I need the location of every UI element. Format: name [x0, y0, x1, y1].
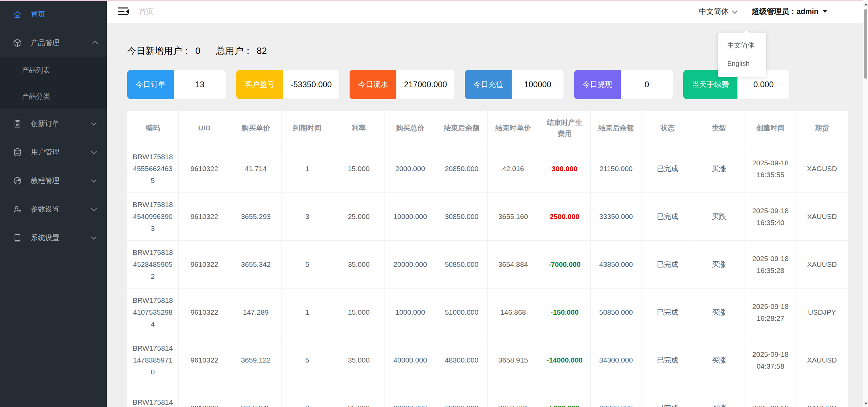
box-icon: [13, 38, 22, 48]
stat-card: 今日充值100000: [465, 70, 564, 99]
table-cell: 已完成: [642, 192, 693, 240]
new-users-stat: 今日新增用户：0: [127, 44, 200, 58]
column-header: 结束时产生费用: [539, 111, 590, 145]
sidebar-item-home[interactable]: 首页: [0, 0, 107, 29]
scroll-down-arrow-icon[interactable]: [864, 403, 868, 405]
column-header: 购买总价: [384, 111, 436, 145]
table-cell: 已完成: [642, 145, 693, 192]
sidebar-item-label: 教程管理: [31, 176, 93, 185]
scroll-up-arrow-icon[interactable]: [864, 3, 868, 5]
table-cell: 5000.000: [539, 384, 590, 407]
language-option[interactable]: 中文简体: [718, 36, 766, 54]
table-cell: 43850.000: [590, 240, 642, 288]
table-cell: XAUUSD: [796, 192, 848, 240]
stat-card-label: 客户盈亏: [236, 70, 283, 99]
table-cell: 9610322: [179, 145, 230, 192]
table-cell: 2025-09-18 16:35:40: [745, 192, 796, 240]
column-header: 利率: [333, 111, 384, 145]
table-cell: 买跌: [693, 192, 745, 240]
table-cell: 50850.000: [590, 288, 642, 336]
table-cell: 已完成: [642, 384, 693, 407]
table-cell: XAUUSD: [796, 336, 848, 384]
sidebar-item-orders[interactable]: 创新订单: [0, 109, 107, 138]
table-cell: 3: [281, 384, 333, 407]
table-cell: 50850.000: [436, 240, 488, 288]
submenu-product: 产品列表产品分类: [0, 57, 107, 109]
table-cell: 20000.000: [384, 240, 436, 288]
table-cell: 35.000: [333, 336, 384, 384]
table-cell: 51000.000: [436, 288, 488, 336]
column-header: 类型: [693, 111, 745, 145]
table-cell: XAUUSD: [796, 240, 848, 288]
table-cell: 34300.000: [590, 336, 642, 384]
table-cell: 已完成: [642, 288, 693, 336]
stat-card-value: 13: [174, 70, 226, 99]
table-cell: -7000.000: [539, 240, 590, 288]
sidebar: 首页产品管理产品列表产品分类创新订单用户管理教程管理参数设置系统设置: [0, 0, 107, 407]
stat-card: 今日提现0: [574, 70, 673, 99]
sidebar-item-system[interactable]: 系统设置: [0, 223, 107, 252]
home-icon: [13, 10, 22, 19]
table-cell: 3655.293: [230, 192, 282, 240]
table-cell: 3658.945: [230, 384, 282, 407]
language-selector-label: 中文简体: [699, 6, 729, 17]
user-settings-icon: [13, 205, 22, 214]
sidebar-item-label: 用户管理: [31, 147, 93, 157]
sidebar-item-users[interactable]: 用户管理: [0, 138, 107, 166]
language-option[interactable]: English: [718, 54, 766, 73]
stat-card-value: 217000.000: [396, 70, 454, 99]
vertical-scrollbar[interactable]: [863, 0, 868, 407]
hamburger-bar: [118, 7, 128, 8]
table-cell: 3658.915: [487, 336, 539, 384]
table-cell: 1: [281, 145, 333, 192]
sidebar-collapse-icon[interactable]: [118, 7, 129, 15]
table-cell: 3: [281, 192, 333, 240]
table-cell: 10000.000: [384, 192, 436, 240]
stat-card: 客户盈亏-53350.000: [236, 70, 339, 99]
sidebar-item-product[interactable]: 产品管理: [0, 29, 107, 57]
chevron-up-icon: [93, 41, 98, 47]
clipboard-icon: [13, 119, 22, 128]
language-selector[interactable]: 中文简体: [699, 6, 737, 17]
table-cell: 40000.000: [384, 336, 436, 384]
stat-card-label: 今日流水: [350, 70, 396, 99]
table-row: BRW1758141478385971096103223659.122535.0…: [127, 336, 848, 384]
table-cell: 买涨: [693, 336, 745, 384]
stat-card-label: 今日提现: [574, 70, 621, 99]
table-cell: BRW17581845556624635: [127, 145, 179, 192]
table-cell: 3655.342: [230, 240, 282, 288]
admin-menu[interactable]: 超级管理员：admin: [752, 6, 827, 17]
orders-table-wrap: 编码UID购买单价到期时间利率购买总价结束后余额结束时单价结束时产生费用结束后余…: [127, 111, 848, 407]
sidebar-subitem-product-category[interactable]: 产品分类: [0, 83, 107, 109]
table-cell: 3654.884: [487, 240, 539, 288]
column-header: 结束时单价: [487, 111, 539, 145]
table-cell: 已完成: [642, 336, 693, 384]
table-cell: BRW17581841075352984: [127, 288, 179, 336]
table-cell: 5: [281, 336, 333, 384]
total-users-stat: 总用户：82: [216, 44, 267, 58]
table-row: BRW175818410753529849610322147.289115.00…: [127, 288, 848, 336]
table-cell: 68300.000: [436, 384, 488, 407]
sidebar-subitem-product-list[interactable]: 产品列表: [0, 57, 107, 83]
sidebar-item-tutorials[interactable]: 教程管理: [0, 166, 107, 195]
trend-circle-icon: [13, 176, 22, 185]
breadcrumb[interactable]: 首页: [139, 7, 153, 16]
stat-card-value: 100000: [512, 70, 564, 99]
column-header: UID: [179, 111, 230, 145]
sidebar-item-label: 首页: [31, 10, 97, 19]
database-icon: [13, 148, 22, 157]
table-row: BRW175814146344714296103223658.945325.00…: [127, 384, 848, 407]
sidebar-item-params[interactable]: 参数设置: [0, 195, 107, 223]
column-header: 编码: [127, 111, 179, 145]
table-cell: BRW17581845409963903: [127, 192, 179, 240]
scrollbar-thumb[interactable]: [864, 9, 867, 79]
table-cell: 3655.160: [487, 192, 539, 240]
table-cell: 已完成: [642, 240, 693, 288]
stat-card-value: 0: [621, 70, 673, 99]
table-cell: 1000.000: [384, 288, 436, 336]
sidebar-item-label: 创新订单: [31, 119, 93, 128]
table-cell: 9610322: [179, 240, 230, 288]
table-cell: -150.000: [539, 288, 590, 336]
total-users-value: 82: [257, 46, 267, 56]
column-header: 结束后余额: [590, 111, 642, 145]
